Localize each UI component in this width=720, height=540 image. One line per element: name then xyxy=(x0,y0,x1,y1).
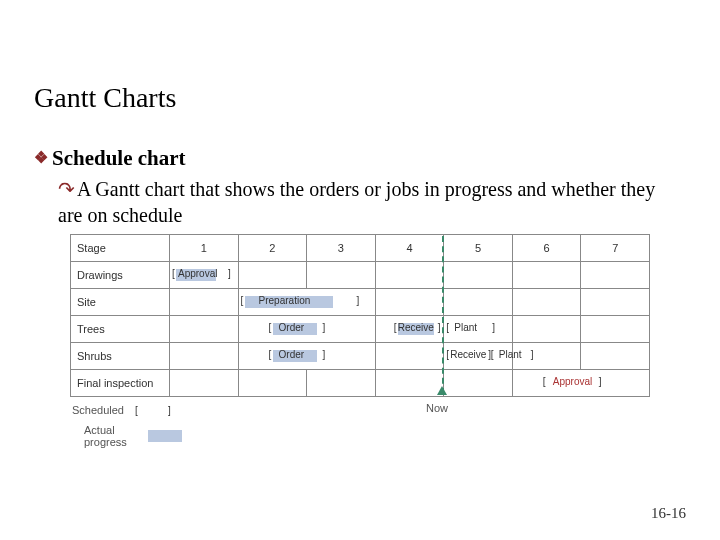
bracket-l: [ xyxy=(394,322,397,333)
gantt-table: Stage 1 2 3 4 5 6 7 Drawings [ Approval … xyxy=(70,234,650,397)
now-line xyxy=(442,236,444,394)
task-label: Plant xyxy=(499,349,522,360)
bracket-r: ] xyxy=(492,322,495,333)
header-row: Stage 1 2 3 4 5 6 7 xyxy=(71,235,650,262)
cell: [ Approval ] xyxy=(170,262,239,289)
task-label: Plant xyxy=(454,322,477,333)
bracket-l: [ xyxy=(269,349,272,360)
slide: Gantt Charts ❖Schedule chart ↷A Gantt ch… xyxy=(0,0,720,540)
legend-scheduled-text: Scheduled xyxy=(72,404,124,416)
diamond-icon: ❖ xyxy=(34,149,48,166)
description-bullet: ↷A Gantt chart that shows the orders or … xyxy=(58,176,668,228)
bracket-r: ] xyxy=(323,349,326,360)
bracket-l: [ xyxy=(135,405,138,416)
row-label: Final inspection xyxy=(71,370,170,397)
bracket-r: ] xyxy=(323,322,326,333)
bracket-r: ] xyxy=(531,349,534,360)
row-drawings: Drawings [ Approval ] xyxy=(71,262,650,289)
bracket-r: ] xyxy=(228,268,231,279)
slide-title: Gantt Charts xyxy=(34,82,176,114)
row-site: Site [ Preparation ] xyxy=(71,289,650,316)
cell: [ Preparation ] xyxy=(238,289,375,316)
bracket-r: ] xyxy=(357,295,360,306)
arrow-icon: ↷ xyxy=(58,178,75,200)
bracket-l: [ xyxy=(446,322,449,333)
bracket-r: ] xyxy=(438,322,441,333)
bracket-l: [ xyxy=(172,268,175,279)
gantt-chart: Stage 1 2 3 4 5 6 7 Drawings [ Approval … xyxy=(70,234,650,438)
legend-actual-bar xyxy=(148,430,182,442)
col-4: 4 xyxy=(375,235,444,262)
now-label: Now xyxy=(426,402,448,414)
task-label: Receive xyxy=(450,349,486,360)
row-label: Drawings xyxy=(71,262,170,289)
task-label: Order xyxy=(279,349,305,360)
cell: [ Order ] xyxy=(238,316,375,343)
bracket-l: [ xyxy=(269,322,272,333)
task-label: Order xyxy=(279,322,305,333)
row-shrubs: Shrubs [ Order ] [ Receive ] [ Plant xyxy=(71,343,650,370)
bracket-l: [ xyxy=(491,349,494,360)
heading-text: Schedule chart xyxy=(52,146,186,170)
now-arrow-icon xyxy=(437,386,447,395)
col-6: 6 xyxy=(512,235,581,262)
bracket-r: ] xyxy=(168,405,171,416)
legend-actual-text: Actual progress xyxy=(84,424,144,448)
legend-scheduled: Scheduled [ ] xyxy=(72,404,171,416)
bracket-r: ] xyxy=(599,376,602,387)
bracket-l: [ xyxy=(543,376,546,387)
col-3: 3 xyxy=(307,235,376,262)
col-1: 1 xyxy=(170,235,239,262)
task-label: Approval xyxy=(178,268,217,279)
col-2: 2 xyxy=(238,235,307,262)
row-trees: Trees [ Order ] [ Receive ] [ Plant xyxy=(71,316,650,343)
bracket-l: [ xyxy=(446,349,449,360)
cell: [ Approval ] xyxy=(512,370,649,397)
page-number: 16-16 xyxy=(651,505,686,522)
stage-header: Stage xyxy=(71,235,170,262)
row-final: Final inspection [ Approval ] xyxy=(71,370,650,397)
row-label: Site xyxy=(71,289,170,316)
cell: [ Plant ] xyxy=(512,343,581,370)
task-label: Preparation xyxy=(259,295,311,306)
task-label: Receive xyxy=(398,322,434,333)
col-7: 7 xyxy=(581,235,650,262)
cell: [ Order ] xyxy=(238,343,375,370)
description-text: A Gantt chart that shows the orders or j… xyxy=(58,178,655,226)
col-5: 5 xyxy=(444,235,513,262)
row-label: Shrubs xyxy=(71,343,170,370)
cell: [ Receive ] xyxy=(375,316,444,343)
bracket-l: [ xyxy=(241,295,244,306)
task-label: Approval xyxy=(553,376,592,387)
heading-bullet: ❖Schedule chart xyxy=(34,146,186,171)
row-label: Trees xyxy=(71,316,170,343)
cell: [ Plant ] xyxy=(444,316,513,343)
